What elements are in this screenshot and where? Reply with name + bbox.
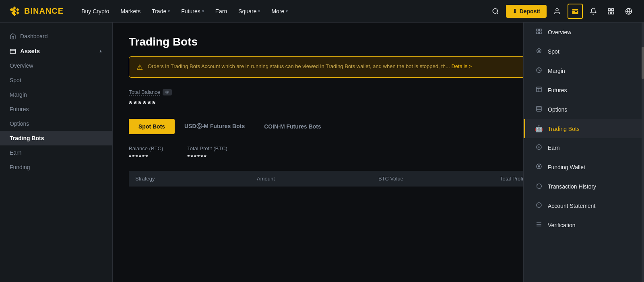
- sidebar-item-futures[interactable]: Futures: [0, 102, 112, 116]
- dropdown-margin-label: Margin: [548, 68, 565, 74]
- sidebar-trading-bots-label: Trading Bots: [10, 135, 44, 141]
- sidebar-assets-label: Assets: [20, 48, 40, 54]
- sidebar-item-earn[interactable]: Earn: [0, 145, 112, 160]
- dropdown-options[interactable]: Options: [524, 100, 644, 119]
- dropdown-verification-label: Verification: [548, 222, 575, 228]
- nav-buy-crypto[interactable]: Buy Crypto: [76, 5, 114, 18]
- wallet-button[interactable]: [568, 4, 583, 19]
- tab-spot-bots[interactable]: Spot Bots: [129, 119, 175, 134]
- deposit-button[interactable]: ⬇ Deposit: [506, 5, 547, 18]
- svg-marker-7: [16, 11, 19, 15]
- verification-icon: [535, 221, 543, 229]
- logo-text: BINANCE: [24, 6, 64, 16]
- sidebar-spot-label: Spot: [10, 77, 21, 83]
- grid-icon: [607, 8, 615, 15]
- trading-bots-icon: 🤖: [535, 125, 543, 133]
- tab-coinm-futures[interactable]: COIN-M Futures Bots: [254, 119, 331, 134]
- home-icon: [10, 33, 16, 39]
- svg-rect-21: [539, 29, 541, 31]
- tab-usdm-futures[interactable]: USDⓈ-M Futures Bots: [175, 119, 254, 134]
- dropdown-verification[interactable]: Verification: [524, 216, 644, 235]
- dropdown-overview[interactable]: Overview: [524, 23, 644, 42]
- alert-details-link[interactable]: Details >: [451, 63, 472, 69]
- sidebar-assets-section[interactable]: Assets ▲: [0, 44, 112, 58]
- nav-links: Buy Crypto Markets Trade ▾ Futures ▾ Ear…: [76, 5, 488, 18]
- nav-futures[interactable]: Futures ▾: [176, 5, 208, 18]
- dropdown-earn-label: Earn: [548, 145, 560, 151]
- svg-point-25: [537, 49, 541, 53]
- svg-point-9: [493, 8, 497, 13]
- svg-line-10: [497, 12, 498, 14]
- sidebar-item-funding[interactable]: Funding: [0, 160, 112, 174]
- hide-balance-button[interactable]: 👁: [163, 89, 172, 95]
- dropdown-funding-wallet[interactable]: Funding Wallet: [524, 158, 644, 177]
- svg-point-11: [556, 8, 558, 11]
- overview-icon: [535, 28, 543, 36]
- main-layout: Dashboard Assets ▲ Overview Spot Margin: [0, 23, 644, 282]
- dropdown-margin[interactable]: Margin: [524, 61, 644, 81]
- globe-icon: [625, 8, 632, 15]
- svg-marker-4: [16, 8, 19, 11]
- dropdown-futures[interactable]: Futures: [524, 81, 644, 100]
- nav-markets[interactable]: Markets: [116, 5, 145, 18]
- dropdown-funding-wallet-label: Funding Wallet: [548, 164, 585, 170]
- nav-more[interactable]: More ▾: [266, 5, 293, 18]
- spot-icon: [535, 48, 543, 56]
- stat-balance-btc: Balance (BTC) ******: [129, 145, 163, 161]
- sidebar-item-overview[interactable]: Overview: [0, 58, 112, 73]
- stat-profit-value: ******: [187, 154, 227, 161]
- scrollbar-track[interactable]: [642, 23, 644, 282]
- dropdown-earn[interactable]: Earn: [524, 138, 644, 158]
- notification-button[interactable]: [586, 4, 601, 19]
- dropdown-account-statement-label: Account Statement: [548, 203, 595, 209]
- sidebar-item-dashboard[interactable]: Dashboard: [0, 29, 112, 44]
- sidebar-item-options[interactable]: Options: [0, 116, 112, 131]
- svg-rect-23: [539, 32, 541, 34]
- stat-profit-label: Total Profit (BTC): [187, 145, 227, 151]
- scrollbar-thumb[interactable]: [642, 47, 644, 79]
- top-navigation: BINANCE Buy Crypto Markets Trade ▾ Futur…: [0, 0, 644, 23]
- assets-icon: [10, 48, 16, 54]
- sidebar-futures-label: Futures: [10, 106, 29, 112]
- dropdown-transaction-history[interactable]: Transaction History: [524, 177, 644, 196]
- svg-rect-13: [608, 8, 610, 10]
- dropdown-futures-label: Futures: [548, 87, 567, 93]
- stat-balance-value: ******: [129, 154, 163, 161]
- alert-icon: ⚠: [136, 63, 143, 72]
- earn-icon: [535, 144, 543, 152]
- deposit-label: Deposit: [520, 8, 540, 15]
- table-col-btc-value: BTC Value: [378, 176, 500, 182]
- dropdown-transaction-history-label: Transaction History: [548, 183, 596, 190]
- sidebar-margin-label: Margin: [10, 91, 27, 98]
- user-button[interactable]: [550, 4, 564, 19]
- sidebar-item-margin[interactable]: Margin: [0, 87, 112, 102]
- dropdown-overview-label: Overview: [548, 29, 571, 35]
- dropdown-spot[interactable]: Spot: [524, 42, 644, 61]
- sidebar-item-spot[interactable]: Spot: [0, 73, 112, 87]
- search-button[interactable]: [488, 4, 503, 19]
- sidebar-dashboard-label: Dashboard: [20, 33, 48, 39]
- svg-rect-14: [612, 8, 614, 10]
- logo[interactable]: BINANCE: [8, 5, 64, 18]
- trade-chevron-icon: ▾: [168, 9, 170, 13]
- dropdown-trading-bots[interactable]: 🤖 Trading Bots: [524, 119, 644, 138]
- futures-icon: [535, 86, 543, 94]
- futures-chevron-icon: ▾: [202, 9, 204, 13]
- sidebar-overview-label: Overview: [10, 62, 33, 69]
- funding-wallet-icon: [535, 163, 543, 171]
- table-col-amount: Amount: [257, 176, 378, 182]
- balance-label-text: Total Balance: [129, 89, 160, 95]
- grid-button[interactable]: [604, 4, 618, 19]
- globe-button[interactable]: [621, 4, 636, 19]
- sidebar-options-label: Options: [10, 120, 29, 127]
- sidebar-sub-items: Overview Spot Margin Futures Options Tra…: [0, 58, 112, 174]
- search-icon: [492, 8, 499, 15]
- dropdown-account-statement[interactable]: Account Statement: [524, 196, 644, 216]
- sidebar-item-trading-bots[interactable]: Trading Bots: [0, 131, 112, 145]
- svg-rect-22: [537, 32, 539, 34]
- nav-trade[interactable]: Trade ▾: [147, 5, 175, 18]
- nav-earn[interactable]: Earn: [211, 5, 232, 18]
- svg-rect-28: [537, 106, 541, 111]
- svg-rect-15: [608, 12, 610, 14]
- nav-square[interactable]: Square ▾: [233, 5, 265, 18]
